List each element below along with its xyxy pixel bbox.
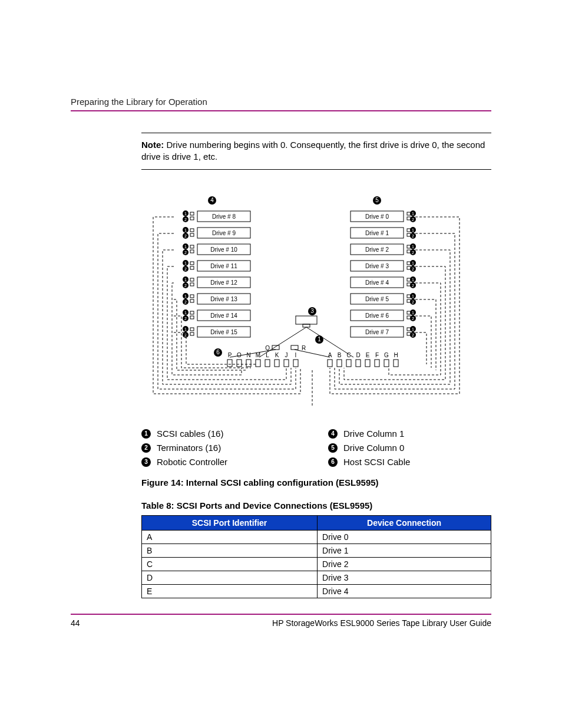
table-cell: A — [142, 530, 318, 543]
svg-text:2: 2 — [184, 300, 187, 304]
svg-rect-171 — [375, 360, 379, 367]
svg-rect-6 — [190, 212, 194, 215]
svg-text:I: I — [295, 352, 297, 358]
svg-text:1: 1 — [412, 311, 414, 315]
svg-text:Drive # 6: Drive # 6 — [365, 312, 389, 319]
svg-rect-63 — [190, 332, 194, 335]
svg-rect-142 — [291, 345, 298, 350]
svg-text:1: 1 — [184, 278, 187, 282]
svg-rect-47 — [190, 299, 194, 302]
table-cell: E — [142, 584, 318, 598]
svg-text:Drive # 11: Drive # 11 — [210, 263, 237, 269]
svg-text:F: F — [375, 352, 379, 358]
legend-badge: 2 — [141, 443, 151, 453]
svg-text:1: 1 — [412, 245, 414, 249]
legend-text: Robotic Controller — [157, 455, 227, 469]
table-row: DDrive 3 — [142, 571, 491, 584]
svg-rect-151 — [256, 360, 260, 367]
svg-text:G: G — [384, 352, 389, 358]
svg-text:5: 5 — [375, 197, 379, 203]
legend-text: Drive Column 0 — [343, 441, 404, 455]
table-row: EDrive 4 — [142, 584, 491, 598]
table-row: CDrive 2 — [142, 557, 491, 571]
svg-text:1: 1 — [184, 311, 187, 315]
svg-text:2: 2 — [412, 218, 414, 222]
svg-line-179 — [259, 327, 306, 357]
svg-text:2: 2 — [184, 284, 187, 288]
svg-text:1: 1 — [412, 261, 414, 265]
svg-text:1: 1 — [184, 245, 187, 249]
svg-text:1: 1 — [184, 228, 187, 232]
legend-badge: 1 — [141, 429, 151, 439]
svg-text:Drive # 5: Drive # 5 — [365, 296, 389, 302]
svg-rect-46 — [190, 295, 194, 298]
svg-text:1: 1 — [412, 228, 414, 232]
table-cell: Drive 0 — [318, 530, 491, 543]
svg-text:E: E — [366, 352, 370, 358]
page-footer: 44 HP StorageWorks ESL9000 Series Tape L… — [71, 614, 491, 628]
table-cell: Drive 2 — [318, 557, 491, 571]
svg-text:1: 1 — [184, 261, 187, 265]
svg-rect-153 — [265, 360, 270, 367]
running-head: Preparing the Library for Operation — [71, 97, 491, 111]
svg-text:Drive # 7: Drive # 7 — [365, 329, 389, 335]
legend: 1SCSI cables (16) 2Terminators (16) 3Rob… — [141, 427, 491, 469]
svg-text:Drive # 10: Drive # 10 — [210, 246, 237, 253]
note-label: Note: — [141, 140, 164, 150]
doc-title: HP StorageWorks ESL9000 Series Tape Libr… — [272, 618, 491, 628]
page-number: 44 — [71, 618, 80, 628]
svg-rect-30 — [190, 262, 194, 265]
svg-text:2: 2 — [412, 317, 414, 321]
svg-text:R: R — [302, 345, 306, 351]
svg-text:Drive # 1: Drive # 1 — [365, 230, 389, 236]
svg-rect-14 — [190, 229, 194, 232]
scsi-ports-table: SCSI Port Identifier Device Connection A… — [141, 515, 491, 598]
svg-text:B: B — [338, 352, 342, 358]
svg-text:Drive # 15: Drive # 15 — [210, 329, 237, 335]
svg-text:2: 2 — [184, 267, 187, 271]
svg-text:Drive # 2: Drive # 2 — [365, 246, 389, 253]
legend-badge: 5 — [328, 443, 338, 453]
svg-text:Drive # 3: Drive # 3 — [365, 263, 389, 269]
svg-rect-31 — [190, 266, 194, 269]
table-header: Device Connection — [318, 515, 491, 530]
table-caption: Table 8: SCSI Ports and Device Connectio… — [141, 500, 491, 510]
svg-text:2: 2 — [412, 300, 414, 304]
svg-rect-161 — [328, 360, 332, 367]
svg-rect-133 — [303, 324, 310, 327]
svg-rect-157 — [284, 360, 289, 367]
svg-rect-7 — [190, 217, 194, 220]
svg-text:2: 2 — [412, 267, 414, 271]
table-header: SCSI Port Identifier — [142, 515, 318, 530]
svg-rect-169 — [365, 360, 370, 367]
svg-text:1: 1 — [412, 327, 414, 331]
svg-text:N: N — [246, 352, 250, 358]
svg-text:2: 2 — [184, 251, 187, 255]
svg-text:2: 2 — [184, 317, 187, 321]
svg-rect-173 — [384, 360, 389, 367]
table-cell: Drive 3 — [318, 571, 491, 584]
table-cell: D — [142, 571, 318, 584]
svg-text:6: 6 — [216, 349, 220, 355]
svg-text:1: 1 — [184, 212, 187, 216]
table-cell: Drive 1 — [318, 543, 491, 557]
svg-text:1: 1 — [318, 336, 321, 342]
svg-text:2: 2 — [412, 251, 414, 255]
svg-rect-159 — [293, 360, 298, 367]
note-text: Drive numbering begins with 0. Consequen… — [141, 140, 485, 162]
svg-rect-39 — [190, 283, 194, 286]
table-row: BDrive 1 — [142, 543, 491, 557]
svg-text:Drive # 9: Drive # 9 — [212, 230, 236, 236]
figure-caption: Figure 14: Internal SCSI cabling configu… — [141, 477, 491, 487]
cabling-diagram: 4 5 Drive # 812Drive # 912Drive # 1012Dr… — [141, 193, 491, 417]
svg-text:H: H — [394, 352, 398, 358]
svg-rect-22 — [190, 245, 194, 248]
svg-rect-147 — [237, 360, 242, 367]
svg-rect-141 — [272, 345, 279, 350]
svg-text:Drive # 12: Drive # 12 — [210, 279, 237, 286]
legend-text: Drive Column 1 — [343, 427, 404, 441]
svg-text:4: 4 — [210, 197, 214, 203]
legend-badge: 6 — [328, 457, 338, 467]
svg-rect-62 — [190, 328, 194, 331]
svg-rect-145 — [227, 360, 232, 367]
